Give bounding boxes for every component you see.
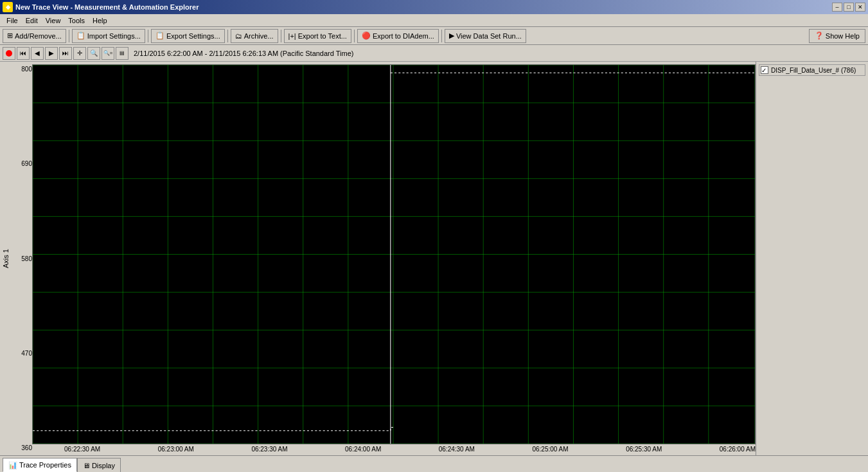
menu-edit[interactable]: Edit bbox=[22, 15, 42, 26]
export-settings-icon: 📋 bbox=[155, 32, 164, 40]
y-axis-ticks: 800 690 580 470 360 bbox=[12, 64, 32, 453]
x-tick-6: 06:25:30 AM bbox=[626, 446, 662, 453]
menu-tools[interactable]: Tools bbox=[64, 15, 89, 26]
toolbar-separator-6 bbox=[441, 30, 442, 42]
archive-icon: 🗂 bbox=[235, 32, 242, 40]
menu-file[interactable]: File bbox=[3, 15, 22, 26]
x-axis-labels: 06:22:30 AM 06:23:00 AM 06:23:30 AM 06:2… bbox=[64, 444, 756, 453]
chart-svg bbox=[33, 65, 755, 444]
step-forward-button[interactable]: ▶ bbox=[45, 47, 58, 60]
app-icon: ◆ bbox=[3, 2, 13, 12]
y-tick-800: 800 bbox=[12, 66, 32, 73]
archive-button[interactable]: 🗂 Archive... bbox=[231, 29, 278, 43]
maximize-button[interactable]: □ bbox=[844, 3, 854, 12]
toolbar-separator-5 bbox=[354, 30, 355, 42]
view-dataset-icon: ▶ bbox=[449, 32, 454, 40]
y-tick-580: 580 bbox=[12, 255, 32, 262]
toolbar-separator-3 bbox=[227, 30, 228, 42]
toolbar-separator-4 bbox=[281, 30, 281, 42]
main-area: Axis 1 800 690 580 470 360 bbox=[0, 62, 868, 455]
tab-trace-properties[interactable]: 📊 Trace Properties bbox=[3, 458, 77, 472]
chart-wrapper: Axis 1 800 690 580 470 360 bbox=[0, 64, 756, 453]
legend-checkbox[interactable]: ✓ bbox=[761, 66, 768, 74]
minimize-button[interactable]: – bbox=[832, 3, 842, 12]
add-remove-icon: ⊞ bbox=[7, 32, 13, 40]
window-controls: – □ ✕ bbox=[832, 3, 865, 12]
display-icon: 🖥 bbox=[83, 462, 90, 469]
x-tick-3: 06:24:00 AM bbox=[345, 446, 381, 453]
y-tick-360: 360 bbox=[12, 444, 32, 451]
zoom-fit-button[interactable]: 🔍= bbox=[102, 47, 114, 60]
help-icon: ❓ bbox=[815, 32, 824, 40]
export-diadem-button[interactable]: 🔴 Export to DIAdem... bbox=[357, 29, 439, 43]
x-tick-1: 06:23:00 AM bbox=[158, 446, 194, 453]
chart-canvas[interactable] bbox=[32, 64, 756, 444]
y-axis-label: Axis 1 bbox=[0, 64, 12, 453]
show-help-button[interactable]: ❓ Show Help bbox=[809, 29, 865, 43]
toolbar: ⊞ Add/Remove... 📋 Import Settings... 📋 E… bbox=[0, 27, 868, 45]
y-tick-470: 470 bbox=[12, 350, 32, 357]
import-settings-button[interactable]: 📋 Import Settings... bbox=[72, 29, 145, 43]
record-button[interactable] bbox=[3, 47, 15, 60]
go-to-end-button[interactable]: ⏭ bbox=[59, 47, 72, 60]
x-tick-0: 06:22:30 AM bbox=[64, 446, 100, 453]
chart-container: Axis 1 800 690 580 470 360 bbox=[0, 62, 756, 455]
legend-item[interactable]: ✓ DISP_Fill_Data_User_# (786) bbox=[759, 64, 865, 76]
export-text-button[interactable]: |+| Export to Text... bbox=[284, 29, 351, 43]
controls-bar: ⏮ ◀ ▶ ⏭ ✛ 🔍 🔍= ▤ 2/11/2015 6:22:00 AM - … bbox=[0, 45, 868, 62]
add-remove-button[interactable]: ⊞ Add/Remove... bbox=[3, 29, 66, 43]
time-range-display: 2/11/2015 6:22:00 AM - 2/11/2015 6:26:13… bbox=[134, 50, 353, 57]
y-tick-690: 690 bbox=[12, 160, 32, 167]
go-to-start-button[interactable]: ⏮ bbox=[17, 47, 30, 60]
legend-panel: ✓ DISP_Fill_Data_User_# (786) bbox=[756, 62, 868, 455]
title-bar: ◆ New Trace View - Measurement & Automat… bbox=[0, 0, 868, 14]
export-diadem-icon: 🔴 bbox=[362, 32, 371, 40]
close-button[interactable]: ✕ bbox=[855, 3, 865, 12]
zoom-button[interactable]: 🔍 bbox=[87, 47, 100, 60]
x-tick-4: 06:24:30 AM bbox=[439, 446, 475, 453]
x-tick-7: 06:26:00 AM bbox=[720, 446, 756, 453]
export-settings-button[interactable]: 📋 Export Settings... bbox=[151, 29, 225, 43]
x-tick-5: 06:25:00 AM bbox=[532, 446, 568, 453]
export-text-icon: |+| bbox=[288, 32, 296, 40]
menu-bar: File Edit View Tools Help bbox=[0, 14, 868, 27]
tab-display[interactable]: 🖥 Display bbox=[77, 458, 121, 472]
import-icon: 📋 bbox=[76, 32, 85, 40]
step-back-button[interactable]: ◀ bbox=[31, 47, 44, 60]
toolbar-separator-2 bbox=[148, 30, 148, 42]
view-dataset-button[interactable]: ▶ View Data Set Run... bbox=[445, 29, 526, 43]
toolbar-separator bbox=[69, 30, 69, 42]
bottom-tabs: 📊 Trace Properties 🖥 Display bbox=[0, 455, 868, 472]
menu-view[interactable]: View bbox=[42, 15, 65, 26]
legend-label: DISP_Fill_Data_User_# (786) bbox=[771, 67, 856, 74]
trace-properties-icon: 📊 bbox=[8, 461, 17, 469]
add-cursor-button[interactable]: ✛ bbox=[73, 47, 86, 60]
window-title: New Trace View - Measurement & Automatio… bbox=[15, 3, 199, 11]
range-button[interactable]: ▤ bbox=[116, 47, 128, 60]
menu-help[interactable]: Help bbox=[89, 15, 111, 26]
x-tick-2: 06:23:30 AM bbox=[251, 446, 287, 453]
